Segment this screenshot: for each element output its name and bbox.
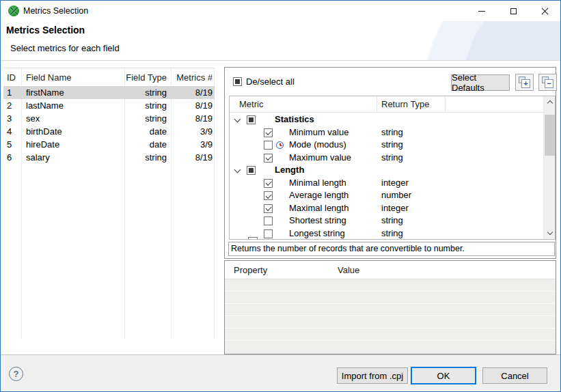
group-checkbox[interactable] bbox=[247, 166, 256, 175]
column-header-return-type[interactable]: Return Type bbox=[381, 99, 430, 109]
cell-field-name: salary bbox=[21, 152, 124, 163]
metric-checkbox[interactable] bbox=[264, 216, 273, 225]
help-button[interactable]: ? bbox=[9, 367, 23, 381]
column-header-field-name[interactable]: Field Name bbox=[21, 72, 124, 83]
tree-group-row[interactable]: Statistics bbox=[230, 113, 543, 126]
metric-label: Mode (modus) bbox=[289, 139, 346, 152]
dialog-banner: Metrics Selection Select metrics for eac… bbox=[1, 21, 560, 61]
button-bar: ? Import from .cpj OK Cancel bbox=[1, 354, 560, 392]
import-from-cpj-button[interactable]: Import from .cpj bbox=[337, 367, 408, 384]
cell-field-name: hireDate bbox=[21, 139, 124, 150]
metrics-panel: De/select all Select Defaults + − Metric… bbox=[224, 67, 556, 259]
metric-description: Returns the number of records that are c… bbox=[228, 242, 555, 256]
tree-metric-row[interactable]: Shortest stringstring bbox=[230, 214, 543, 227]
cell-field-type: date bbox=[124, 126, 171, 137]
tree-metric-row[interactable]: Average lengthnumber bbox=[230, 189, 543, 202]
close-icon bbox=[541, 7, 549, 16]
metrics-tree-body: StatisticsMinimum valuestringMode (modus… bbox=[230, 113, 543, 240]
close-button[interactable] bbox=[529, 1, 560, 21]
maximize-button[interactable] bbox=[497, 1, 529, 21]
column-header-metric[interactable]: Metric bbox=[239, 99, 263, 109]
fields-table: ID Field Name Field Type Metrics # 1firs… bbox=[3, 68, 215, 354]
metric-checkbox[interactable] bbox=[264, 191, 273, 200]
column-header-metrics[interactable]: Metrics # bbox=[171, 72, 215, 83]
chevron-up-icon bbox=[547, 100, 552, 106]
metric-label: Shortest string bbox=[289, 214, 346, 227]
cell-field-type: string bbox=[124, 100, 171, 111]
tree-group-row[interactable]: Length bbox=[230, 164, 543, 177]
cancel-button[interactable]: Cancel bbox=[482, 367, 547, 384]
metric-label: Maximal length bbox=[289, 202, 348, 215]
tree-scrollbar[interactable] bbox=[543, 96, 555, 239]
column-header-value[interactable]: Value bbox=[338, 265, 359, 275]
column-header-id[interactable]: ID bbox=[3, 72, 21, 83]
minimize-icon bbox=[478, 11, 485, 12]
window-controls bbox=[466, 1, 560, 21]
property-row[interactable] bbox=[225, 328, 556, 341]
property-row[interactable] bbox=[225, 316, 556, 328]
scrollbar-thumb[interactable] bbox=[545, 115, 555, 156]
titlebar: Metrics Selection bbox=[1, 1, 560, 21]
deselect-all-checkbox[interactable] bbox=[233, 77, 242, 86]
table-row[interactable]: 6salarystring8/19 bbox=[3, 151, 215, 164]
expand-all-button[interactable]: + bbox=[515, 74, 534, 91]
scroll-up-button[interactable] bbox=[544, 96, 556, 108]
chevron-down-icon[interactable] bbox=[234, 167, 241, 173]
cell-metrics-count: 8/19 bbox=[171, 113, 215, 124]
cell-field-name: lastName bbox=[21, 100, 124, 111]
metric-checkbox[interactable] bbox=[264, 179, 273, 188]
group-checkbox[interactable] bbox=[247, 115, 256, 124]
cell-metrics-count: 8/19 bbox=[171, 152, 215, 163]
tree-metric-row[interactable]: Minimum valuestring bbox=[230, 126, 543, 139]
metric-checkbox[interactable] bbox=[264, 128, 273, 137]
tree-metric-row[interactable]: Maximal lengthinteger bbox=[230, 202, 543, 215]
cell-id: 4 bbox=[3, 126, 21, 137]
cell-field-type: string bbox=[124, 152, 171, 163]
clock-icon bbox=[276, 141, 284, 149]
column-header-field-type[interactable]: Field Type bbox=[124, 72, 171, 83]
metric-checkbox[interactable] bbox=[264, 141, 273, 150]
metric-label: Average length bbox=[289, 189, 348, 202]
metric-label: Longest string bbox=[289, 227, 345, 240]
table-row[interactable]: 2lastNamestring8/19 bbox=[3, 99, 215, 112]
ok-button[interactable]: OK bbox=[411, 367, 476, 384]
scroll-down-button[interactable] bbox=[544, 227, 556, 239]
property-row[interactable] bbox=[225, 304, 556, 316]
metric-return-type: number bbox=[381, 189, 411, 202]
cell-metrics-count: 3/9 bbox=[171, 126, 215, 137]
tree-metric-row[interactable]: Maximum valuestring bbox=[230, 152, 543, 165]
fields-table-header: ID Field Name Field Type Metrics # bbox=[3, 68, 215, 86]
minimize-button[interactable] bbox=[466, 1, 497, 21]
table-row[interactable]: 1firstNamestring8/19 bbox=[3, 86, 215, 99]
cell-field-type: string bbox=[124, 87, 171, 98]
table-row[interactable]: 4birthDatedate3/9 bbox=[3, 125, 215, 138]
tree-metric-row[interactable]: Longest stringstring bbox=[230, 227, 543, 240]
metric-return-type: integer bbox=[381, 177, 409, 190]
metrics-selection-dialog: Metrics Selection Metrics Selection Sele… bbox=[0, 0, 561, 392]
metric-checkbox[interactable] bbox=[264, 229, 273, 238]
cell-id: 2 bbox=[3, 100, 21, 111]
metric-checkbox[interactable] bbox=[264, 204, 273, 213]
chevron-down-icon[interactable] bbox=[234, 116, 241, 123]
property-row[interactable] bbox=[225, 279, 556, 292]
group-label: Statistics bbox=[275, 113, 314, 126]
chevron-down-icon bbox=[547, 229, 552, 235]
table-row[interactable]: 5hireDatedate3/9 bbox=[3, 138, 215, 151]
table-row[interactable]: 3sexstring8/19 bbox=[3, 112, 215, 125]
column-header-property[interactable]: Property bbox=[234, 265, 267, 275]
metric-label: Minimal length bbox=[289, 177, 346, 190]
tree-metric-row[interactable]: Minimal lengthinteger bbox=[230, 177, 543, 190]
column-divider bbox=[377, 96, 377, 113]
tree-metric-row[interactable]: Mode (modus)string bbox=[230, 139, 543, 152]
metric-return-type: string bbox=[381, 214, 403, 227]
column-divider bbox=[445, 96, 446, 113]
select-defaults-button[interactable]: Select Defaults bbox=[451, 74, 510, 91]
collapse-all-button[interactable]: − bbox=[538, 74, 557, 91]
group-label: Length bbox=[275, 164, 304, 177]
cell-id: 3 bbox=[3, 113, 21, 124]
metric-return-type: string bbox=[381, 152, 403, 165]
cell-field-name: firstName bbox=[21, 87, 124, 98]
deselect-all-label[interactable]: De/select all bbox=[246, 76, 295, 87]
property-row[interactable] bbox=[225, 292, 556, 304]
metric-checkbox[interactable] bbox=[264, 154, 273, 163]
